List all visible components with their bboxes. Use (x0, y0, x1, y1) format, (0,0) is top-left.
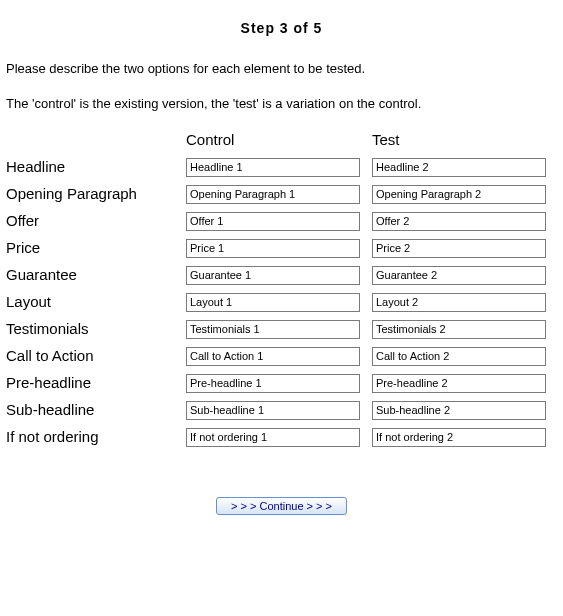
row-label-pre-headline: Pre-headline (6, 374, 186, 392)
sub-headline-test-input[interactable] (372, 401, 546, 420)
price-control-input[interactable] (186, 239, 360, 258)
testimonials-test-input[interactable] (372, 320, 546, 339)
options-grid: Control Test Headline Opening Paragraph … (6, 131, 557, 447)
row-label-guarantee: Guarantee (6, 266, 186, 284)
pre-headline-control-input[interactable] (186, 374, 360, 393)
row-label-opening-paragraph: Opening Paragraph (6, 185, 186, 203)
row-label-price: Price (6, 239, 186, 257)
intro-line-1: Please describe the two options for each… (6, 61, 557, 78)
headline-test-input[interactable] (372, 158, 546, 177)
opening-paragraph-control-input[interactable] (186, 185, 360, 204)
column-header-control: Control (186, 131, 372, 150)
if-not-ordering-test-input[interactable] (372, 428, 546, 447)
intro-line-2: The 'control' is the existing version, t… (6, 96, 557, 113)
offer-control-input[interactable] (186, 212, 360, 231)
offer-test-input[interactable] (372, 212, 546, 231)
layout-control-input[interactable] (186, 293, 360, 312)
row-label-offer: Offer (6, 212, 186, 230)
opening-paragraph-test-input[interactable] (372, 185, 546, 204)
continue-button[interactable]: > > > Continue > > > (216, 497, 347, 515)
row-label-testimonials: Testimonials (6, 320, 186, 338)
row-label-sub-headline: Sub-headline (6, 401, 186, 419)
guarantee-control-input[interactable] (186, 266, 360, 285)
row-label-headline: Headline (6, 158, 186, 176)
sub-headline-control-input[interactable] (186, 401, 360, 420)
guarantee-test-input[interactable] (372, 266, 546, 285)
row-label-layout: Layout (6, 293, 186, 311)
step-title: Step 3 of 5 (6, 20, 557, 36)
price-test-input[interactable] (372, 239, 546, 258)
column-header-test: Test (372, 131, 558, 150)
row-label-call-to-action: Call to Action (6, 347, 186, 365)
row-label-if-not-ordering: If not ordering (6, 428, 186, 446)
call-to-action-control-input[interactable] (186, 347, 360, 366)
if-not-ordering-control-input[interactable] (186, 428, 360, 447)
testimonials-control-input[interactable] (186, 320, 360, 339)
layout-test-input[interactable] (372, 293, 546, 312)
pre-headline-test-input[interactable] (372, 374, 546, 393)
call-to-action-test-input[interactable] (372, 347, 546, 366)
headline-control-input[interactable] (186, 158, 360, 177)
